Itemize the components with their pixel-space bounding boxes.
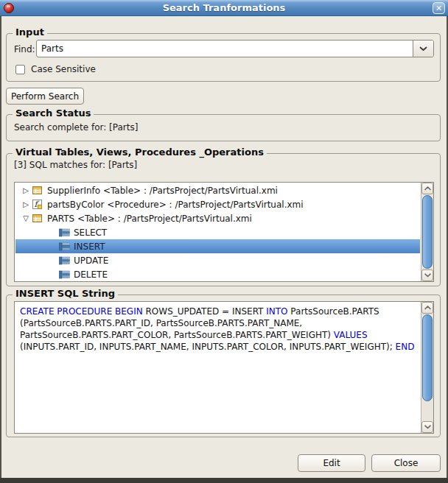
tree-item[interactable]: INSERT: [15, 239, 420, 253]
operation-icon: [58, 228, 70, 237]
tree-item-label: SupplierInfo <Table> : /PartsProject/Par…: [47, 186, 278, 196]
scrollbar-thumb[interactable]: [422, 195, 433, 269]
tree-item-label: partsByColor <Procedure> : /PartsProject…: [47, 200, 304, 210]
window-title: Search Tranformations: [0, 2, 448, 13]
search-transformations-dialog: Search Tranformations ✕ Input Find: Case…: [0, 0, 448, 483]
find-input[interactable]: [37, 40, 411, 57]
tree-item[interactable]: SELECT: [15, 225, 420, 239]
scrollbar-thumb[interactable]: [422, 314, 433, 401]
sql-text: CREATE PROCEDURE BEGIN ROWS_UPDATED = IN…: [15, 303, 420, 432]
expander-collapsed-icon[interactable]: ▷: [20, 186, 32, 194]
sql-scrollbar[interactable]: [421, 302, 433, 433]
scrollbar-up-button[interactable]: [421, 183, 433, 194]
tree-item-label: PARTS <Table> : /PartsProject/PartsVirtu…: [47, 214, 252, 224]
results-group: Virtual Tables, Views, Procedures _Opera…: [6, 153, 441, 286]
tree-item[interactable]: DELETE: [15, 267, 420, 281]
sql-textarea[interactable]: CREATE PROCEDURE BEGIN ROWS_UPDATED = IN…: [14, 301, 434, 434]
window-border-left: [0, 16, 1, 483]
tree-item-label: UPDATE: [74, 255, 108, 266]
find-label: Find:: [14, 44, 35, 54]
window-border-bottom: [0, 478, 448, 483]
sql-group-legend: INSERT SQL String: [13, 288, 118, 299]
close-icon[interactable]: ✕: [433, 2, 445, 14]
close-button[interactable]: Close: [371, 454, 441, 472]
input-group: Input Find: Case Sensitive: [6, 33, 441, 82]
table-icon: [32, 186, 43, 195]
procedure-icon: f: [32, 200, 43, 209]
case-sensitive-label: Case Sensitive: [31, 64, 96, 74]
table-icon: [32, 214, 43, 223]
combo-dropdown-button[interactable]: [413, 40, 433, 57]
scrollbar-down-button[interactable]: [421, 269, 433, 281]
expander-collapsed-icon[interactable]: ▷: [20, 200, 32, 208]
tree-scrollbar[interactable]: [421, 183, 433, 281]
tree-item[interactable]: ▽PARTS <Table> : /PartsProject/PartsVirt…: [15, 211, 420, 225]
find-combobox[interactable]: [36, 40, 434, 57]
results-group-legend: Virtual Tables, Views, Procedures _Opera…: [13, 147, 267, 158]
titlebar: Search Tranformations ✕: [0, 0, 448, 16]
chevron-down-icon: [419, 46, 427, 52]
operation-icon: [58, 242, 70, 251]
tree-item[interactable]: UPDATE: [15, 253, 420, 267]
search-status-message: Search complete for: [Parts]: [14, 122, 138, 133]
perform-search-button[interactable]: Perform Search: [6, 88, 84, 105]
case-sensitive-checkbox[interactable]: [15, 65, 25, 74]
sql-string-group: INSERT SQL String CREATE PROCEDURE BEGIN…: [6, 295, 441, 437]
chevron-up-icon: [424, 306, 431, 310]
operation-icon: [58, 270, 70, 279]
edit-button[interactable]: Edit: [298, 454, 365, 472]
tree-item-label: DELETE: [74, 269, 108, 280]
scrollbar-down-button[interactable]: [421, 421, 433, 433]
tree-item-label: INSERT: [74, 242, 105, 252]
chevron-down-icon: [424, 273, 431, 278]
tree-item[interactable]: ▷fpartsByColor <Procedure> : /PartsProje…: [15, 197, 420, 211]
chevron-down-icon: [424, 425, 431, 429]
input-group-legend: Input: [13, 27, 47, 38]
tree-item-label: SELECT: [74, 228, 107, 238]
tree-item[interactable]: ▷SupplierInfo <Table> : /PartsProject/Pa…: [15, 183, 420, 197]
search-status-group: Search Status Search complete for: [Part…: [6, 114, 441, 141]
operation-icon: [58, 256, 70, 265]
chevron-up-icon: [424, 186, 431, 191]
scrollbar-up-button[interactable]: [421, 302, 433, 314]
expander-expanded-icon[interactable]: ▽: [20, 214, 32, 222]
matches-count-text: [3] SQL matches for: [Parts]: [14, 160, 137, 170]
search-status-legend: Search Status: [13, 107, 94, 119]
results-tree[interactable]: ▷SupplierInfo <Table> : /PartsProject/Pa…: [14, 182, 434, 282]
tree-rows: ▷SupplierInfo <Table> : /PartsProject/Pa…: [15, 183, 420, 281]
